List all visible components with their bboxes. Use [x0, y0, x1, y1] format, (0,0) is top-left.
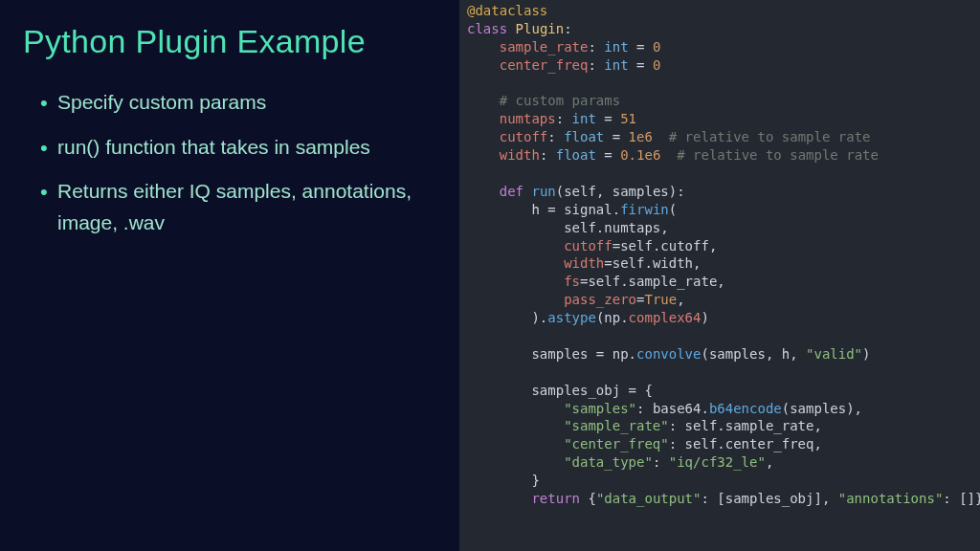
bullet-item: run() function that takes in samples — [40, 132, 436, 164]
bullet-list: Specify custom params run() function tha… — [23, 87, 436, 238]
slide: Python Plugin Example Specify custom par… — [0, 0, 980, 551]
bullet-item: Returns either IQ samples, annotations, … — [40, 176, 436, 238]
code-decorator: @dataclass — [467, 3, 547, 18]
code-block: @dataclass class Plugin: sample_rate: in… — [467, 2, 980, 508]
left-panel: Python Plugin Example Specify custom par… — [0, 0, 459, 551]
slide-title: Python Plugin Example — [23, 23, 436, 60]
bullet-item: Specify custom params — [40, 87, 436, 119]
code-panel: @dataclass class Plugin: sample_rate: in… — [459, 0, 980, 551]
